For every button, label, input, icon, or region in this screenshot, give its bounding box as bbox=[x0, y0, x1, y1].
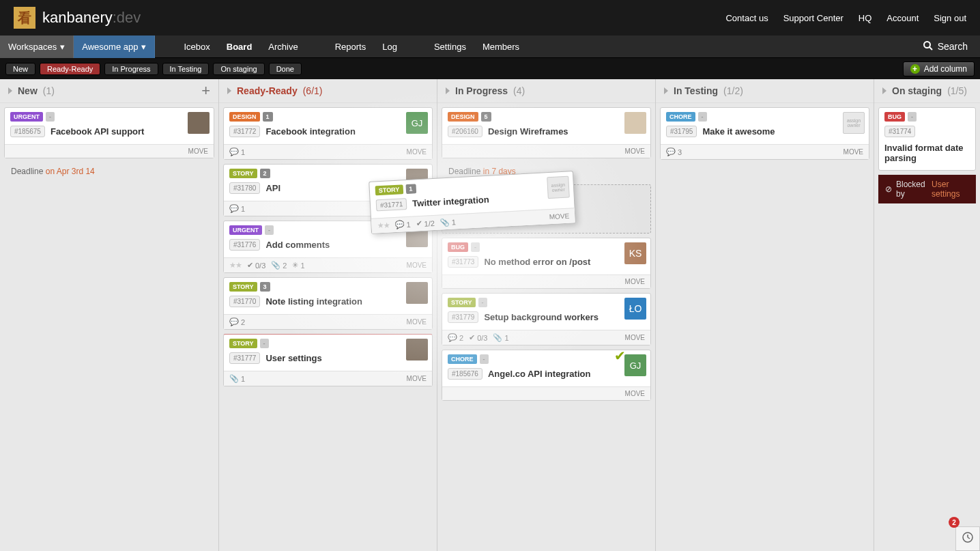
subtask-icon: ✔ 1/2 bbox=[416, 218, 435, 228]
stars-icon: ★★ bbox=[229, 261, 242, 270]
filter-progress[interactable]: In Progress bbox=[104, 63, 158, 75]
avatar[interactable]: GJ bbox=[406, 112, 428, 134]
move-button[interactable]: MOVE bbox=[625, 390, 645, 397]
card[interactable]: URGENT- #185675Facebook API support MOVE bbox=[4, 107, 214, 158]
tag-urgent: URGENT bbox=[229, 225, 262, 235]
menubar: Workspaces▾ Awesome app▾ Icebox Board Ar… bbox=[0, 36, 980, 58]
nav-log[interactable]: Log bbox=[374, 36, 405, 58]
comment-icon: 💬 3 bbox=[666, 147, 682, 156]
filter-staging[interactable]: On staging bbox=[213, 63, 264, 75]
nav-icebox[interactable]: Icebox bbox=[175, 36, 218, 58]
link-support[interactable]: Support Center bbox=[783, 13, 844, 23]
ticket-id: #31795 bbox=[666, 126, 697, 137]
avatar[interactable] bbox=[406, 339, 428, 361]
check-icon: ✔ bbox=[614, 348, 626, 364]
nav-members[interactable]: Members bbox=[474, 36, 528, 58]
assign-owner[interactable]: assign owner bbox=[843, 112, 865, 134]
ticket-id: #206160 bbox=[448, 126, 482, 137]
move-button[interactable]: MOVE bbox=[407, 318, 427, 326]
estimate: 1 bbox=[405, 184, 416, 194]
activity-clock-button[interactable] bbox=[955, 526, 980, 551]
clock-icon bbox=[962, 531, 974, 546]
svg-point-0 bbox=[924, 42, 930, 48]
column-header-testing: In Testing (1/2) bbox=[656, 79, 874, 103]
tag-chore: CHORE bbox=[666, 112, 695, 122]
nav-reports[interactable]: Reports bbox=[327, 36, 375, 58]
avatar[interactable]: KS bbox=[624, 242, 646, 264]
tag-urgent: URGENT bbox=[10, 112, 43, 122]
stars-icon: ★★ bbox=[377, 221, 390, 230]
card-title: Add comments bbox=[265, 240, 330, 250]
collapse-icon[interactable] bbox=[8, 87, 12, 94]
move-button[interactable]: MOVE bbox=[625, 147, 645, 155]
tag-story: STORY bbox=[229, 282, 257, 292]
avatar[interactable]: ŁO bbox=[624, 298, 646, 320]
estimate: - bbox=[478, 298, 487, 307]
ticket-id: #31770 bbox=[229, 296, 260, 307]
app-menu[interactable]: Awesome app▾ bbox=[74, 36, 155, 58]
column-progress: In Progress (4) DESIGN5 #206160Design Wi… bbox=[437, 79, 655, 551]
comment-icon: 💬 1 bbox=[229, 204, 245, 213]
subtask-icon: ✔ 0/3 bbox=[247, 261, 265, 270]
search-button[interactable]: Search bbox=[923, 40, 980, 53]
collapse-icon[interactable] bbox=[227, 87, 231, 94]
link-contact[interactable]: Contact us bbox=[725, 13, 768, 23]
search-icon bbox=[923, 40, 934, 53]
dragging-card[interactable]: STORY1 #31771Twitter integration assign … bbox=[369, 171, 576, 234]
topbar: 看 kanbanery:dev Contact us Support Cente… bbox=[0, 0, 980, 36]
filter-ready[interactable]: Ready-Ready bbox=[40, 63, 100, 75]
card-title: Angel.co API integration bbox=[488, 369, 590, 379]
card[interactable]: STORY- #31779Setup background workers ŁO… bbox=[442, 293, 651, 345]
collapse-icon[interactable] bbox=[664, 87, 668, 94]
move-button[interactable]: MOVE bbox=[407, 375, 427, 382]
link-signout[interactable]: Sign out bbox=[934, 13, 966, 23]
card[interactable]: ✔ CHORE- #185676Angel.co API integration… bbox=[442, 350, 651, 401]
filter-testing[interactable]: In Testing bbox=[162, 63, 210, 75]
subtask-icon: ✔ 0/3 bbox=[469, 333, 487, 342]
ticket-id: #31777 bbox=[229, 352, 260, 364]
avatar[interactable] bbox=[188, 112, 210, 134]
tag-story: STORY bbox=[448, 298, 476, 307]
move-button[interactable]: MOVE bbox=[407, 262, 427, 269]
workspaces-menu[interactable]: Workspaces▾ bbox=[0, 36, 74, 58]
blocked-banner[interactable]: ⊘Blocked by User settings bbox=[878, 175, 976, 203]
card[interactable]: DESIGN1 #31772Facebook integration GJ 💬 … bbox=[223, 107, 433, 160]
link-account[interactable]: Account bbox=[887, 13, 919, 23]
ticket-id: #31780 bbox=[229, 182, 260, 194]
chevron-down-icon: ▾ bbox=[60, 42, 65, 52]
collapse-icon[interactable] bbox=[446, 87, 450, 94]
ticket-id: #31779 bbox=[448, 311, 478, 323]
filter-new[interactable]: New bbox=[5, 63, 35, 75]
nav-board[interactable]: Board bbox=[218, 36, 261, 58]
estimate: - bbox=[908, 112, 917, 122]
move-button[interactable]: MOVE bbox=[549, 212, 570, 221]
card[interactable]: CHORE- #31795Make it awesome assign owne… bbox=[660, 107, 869, 160]
card[interactable]: STORY3 #31770Note listing integration 💬 … bbox=[223, 277, 433, 330]
avatar[interactable]: GJ bbox=[624, 354, 646, 376]
card[interactable]: DESIGN5 #206160Design Wireframes MOVE bbox=[442, 107, 651, 158]
avatar[interactable] bbox=[624, 112, 646, 134]
filter-done[interactable]: Done bbox=[269, 63, 302, 75]
avatar[interactable] bbox=[406, 282, 428, 304]
card[interactable]: BUG- #31773No method error on /post KS M… bbox=[442, 238, 651, 289]
estimate: - bbox=[480, 354, 489, 364]
move-button[interactable]: MOVE bbox=[188, 147, 208, 155]
collapse-icon[interactable] bbox=[882, 87, 887, 94]
nav-settings[interactable]: Settings bbox=[426, 36, 474, 58]
add-card-button[interactable]: + bbox=[201, 82, 210, 100]
move-button[interactable]: MOVE bbox=[625, 278, 645, 285]
card[interactable]: BUG- #31774Invalid format date parsing bbox=[878, 107, 976, 171]
logo[interactable]: 看 kanbanery:dev bbox=[14, 7, 141, 29]
link-hq[interactable]: HQ bbox=[859, 13, 872, 23]
move-button[interactable]: MOVE bbox=[844, 148, 863, 156]
add-column-button[interactable]: +Add column bbox=[903, 61, 975, 76]
card[interactable]: STORY- #31777User settings 📎 1MOVE bbox=[223, 334, 433, 386]
tag-bug: BUG bbox=[448, 242, 468, 252]
card-title: Note listing integration bbox=[265, 296, 362, 307]
move-button[interactable]: MOVE bbox=[407, 148, 427, 156]
assign-owner[interactable]: assign owner bbox=[547, 176, 570, 199]
nav-archive[interactable]: Archive bbox=[260, 36, 306, 58]
logo-icon: 看 bbox=[14, 7, 35, 29]
move-button[interactable]: MOVE bbox=[625, 334, 645, 341]
column-new: New (1) + URGENT- #185675Facebook API su… bbox=[0, 79, 218, 551]
